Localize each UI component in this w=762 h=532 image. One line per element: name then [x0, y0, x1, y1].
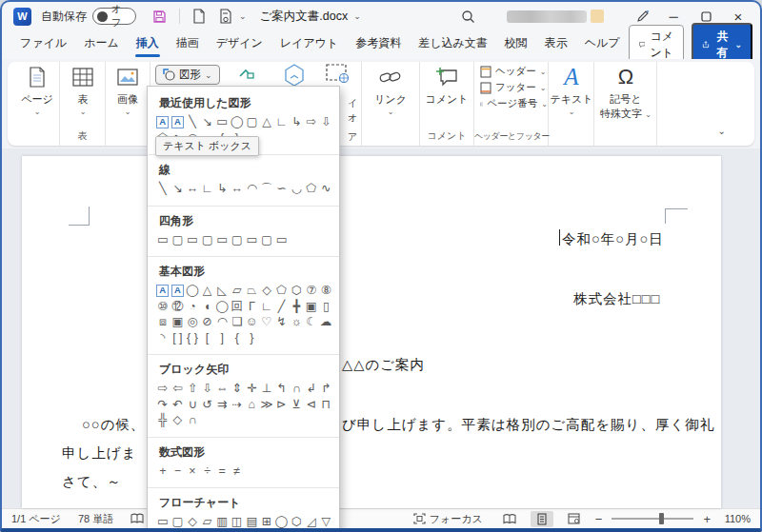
shape-icon[interactable]: ⊓ — [319, 397, 334, 413]
shape-icon[interactable]: ◝ — [155, 330, 170, 346]
shape-icon[interactable]: ▭ — [155, 514, 170, 530]
shape-icon[interactable]: ∟ — [274, 114, 290, 130]
shape-icon[interactable]: ⊞ — [259, 514, 274, 530]
document-title[interactable]: ご案内文書.docx ⌄ — [260, 9, 361, 25]
shape-icon[interactable]: [ — [200, 330, 215, 346]
shape-icon[interactable]: ▢ — [245, 114, 260, 130]
shape-icon[interactable]: ⇨ — [304, 114, 319, 130]
shape-icon[interactable]: ] — [214, 330, 230, 346]
comment-button[interactable]: コメント — [426, 64, 468, 107]
shape-icon[interactable]: ☾ — [304, 314, 319, 330]
shape-icon[interactable]: = — [214, 463, 230, 480]
ribbon-tab-8[interactable]: 校閲 — [496, 29, 536, 59]
shape-icon[interactable]: ◠ — [245, 181, 260, 197]
web-layout-button[interactable] — [563, 511, 586, 527]
print-layout-button[interactable] — [531, 511, 553, 527]
header-button[interactable]: ヘッダー ⌄ — [480, 65, 548, 78]
shape-icon[interactable]: ◯ — [274, 514, 290, 530]
shape-icon[interactable]: ⬠ — [274, 283, 290, 299]
shape-icon[interactable]: ▥ — [214, 514, 230, 530]
shape-icon[interactable]: } — [245, 330, 260, 346]
word-count[interactable]: 78 単語 — [78, 512, 113, 526]
shape-icon[interactable]: A — [156, 285, 169, 297]
shape-icon[interactable]: ☁ — [319, 314, 334, 330]
shape-icon[interactable]: ◫ — [230, 514, 245, 530]
collapse-ribbon-chevron-icon[interactable]: ⌄ — [718, 126, 726, 136]
shape-icon[interactable]: ∟ — [200, 181, 215, 197]
shape-icon[interactable]: ◯ — [230, 114, 245, 130]
shape-icon[interactable]: ↲ — [304, 381, 319, 397]
shape-icon[interactable]: ⧈ — [155, 314, 170, 330]
online-video-icon[interactable] — [326, 64, 349, 83]
shape-icon[interactable]: ▣ — [170, 314, 186, 330]
doc-subject-line[interactable]: △△のご案内 — [342, 356, 425, 374]
ribbon-tab-7[interactable]: 差し込み文書 — [410, 29, 496, 59]
shape-icon[interactable]: ☺ — [245, 314, 260, 330]
shape-icon[interactable]: ⊘ — [200, 314, 215, 330]
shape-icon[interactable]: { — [230, 330, 245, 346]
shape-icon[interactable]: ☼ — [289, 314, 304, 330]
shape-icon[interactable]: ↔ — [185, 181, 200, 197]
shape-icon[interactable]: ⇦ — [170, 381, 186, 397]
shape-icon[interactable]: ∽ — [274, 181, 290, 197]
shape-icon[interactable]: ♡ — [259, 314, 274, 330]
shape-icon[interactable]: ∟ — [259, 299, 274, 315]
ribbon-tab-4[interactable]: デザイン — [208, 29, 271, 59]
focus-mode-button[interactable]: フォーカス — [413, 512, 483, 526]
shape-icon[interactable]: ▢ — [259, 232, 274, 248]
shape-icon[interactable]: ↺ — [200, 397, 215, 413]
doc-company-line[interactable]: 株式会社□□□ — [573, 290, 660, 308]
shape-icon[interactable]: ◇ — [170, 412, 186, 428]
doc-body-line[interactable]: ○○の候、 — [82, 416, 145, 434]
shape-icon[interactable]: ⇨ — [155, 381, 170, 397]
shape-icon[interactable]: [ ] — [170, 330, 186, 346]
shape-icon[interactable]: ⑫ — [170, 299, 186, 315]
shape-icon[interactable]: ◯ — [185, 283, 200, 299]
shape-icon[interactable]: ◔ — [185, 299, 200, 315]
shape-icon[interactable]: ◺ — [214, 283, 230, 299]
proofing-icon[interactable] — [130, 513, 144, 524]
icons-hexagon-icon[interactable] — [282, 63, 307, 88]
shape-icon[interactable]: ⇩ — [200, 381, 215, 397]
save-icon[interactable] — [152, 10, 167, 24]
shape-icon[interactable]: ↷ — [155, 397, 170, 413]
shape-icon[interactable]: ▱ — [230, 283, 245, 299]
autosave-control[interactable]: 自動保存 オフ — [41, 8, 136, 25]
shape-icon[interactable]: ▭ — [214, 232, 230, 248]
shape-icon[interactable]: ⇢ — [230, 397, 245, 413]
page-button[interactable]: ページ ⌄ — [16, 64, 58, 116]
shape-icon[interactable]: ▤ — [245, 514, 260, 530]
read-mode-button[interactable] — [498, 511, 521, 527]
shape-icon[interactable]: ▭ — [274, 232, 290, 248]
shape-icon[interactable]: ⇕ — [230, 381, 245, 397]
shape-icon[interactable]: ⇧ — [185, 381, 200, 397]
image-button[interactable]: 画像 ⌄ — [107, 64, 149, 116]
shape-icon[interactable]: ∩ — [289, 381, 304, 397]
ribbon-tab-6[interactable]: 参考資料 — [347, 29, 410, 59]
zoom-slider-thumb[interactable] — [659, 513, 664, 524]
table-button[interactable]: 表 ⌄ — [62, 64, 104, 116]
ribbon-tab-2[interactable]: 挿入 — [128, 29, 168, 59]
doc-body-line[interactable]: び申し上げます。平素は格別のご高配を賜り、厚く御礼 — [342, 416, 714, 434]
shape-icon[interactable]: { } — [185, 330, 200, 346]
shape-icon[interactable]: A — [171, 116, 184, 128]
shape-icon[interactable]: △ — [200, 283, 215, 299]
shape-icon[interactable]: ∿ — [319, 181, 334, 197]
footer-button[interactable]: フッター ⌄ — [480, 81, 548, 94]
shape-icon[interactable]: ✛ — [245, 381, 260, 397]
shape-icon[interactable]: ≫ — [259, 397, 274, 413]
ribbon-tab-0[interactable]: ファイル — [11, 29, 75, 59]
shape-icon[interactable]: ⬠ — [304, 181, 319, 197]
doc-body-line[interactable]: さて、～ — [62, 473, 122, 491]
ribbon-tab-10[interactable]: ヘルプ — [576, 29, 629, 59]
doc-date-line[interactable]: 令和○年○月○日 — [562, 230, 664, 248]
shape-icon[interactable]: ÷ — [200, 463, 215, 480]
shape-icon[interactable]: ◇ — [259, 283, 274, 299]
shape-icon[interactable]: A — [156, 116, 169, 128]
shape-icon[interactable]: ╲ — [155, 181, 170, 197]
shape-icon[interactable]: ▽ — [319, 514, 334, 530]
shape-icon[interactable]: ◖ — [200, 299, 215, 315]
shape-icon[interactable]: ⌂ — [245, 397, 260, 413]
zoom-in-button[interactable]: + — [703, 512, 711, 526]
shape-icon[interactable]: ↘ — [170, 181, 186, 197]
